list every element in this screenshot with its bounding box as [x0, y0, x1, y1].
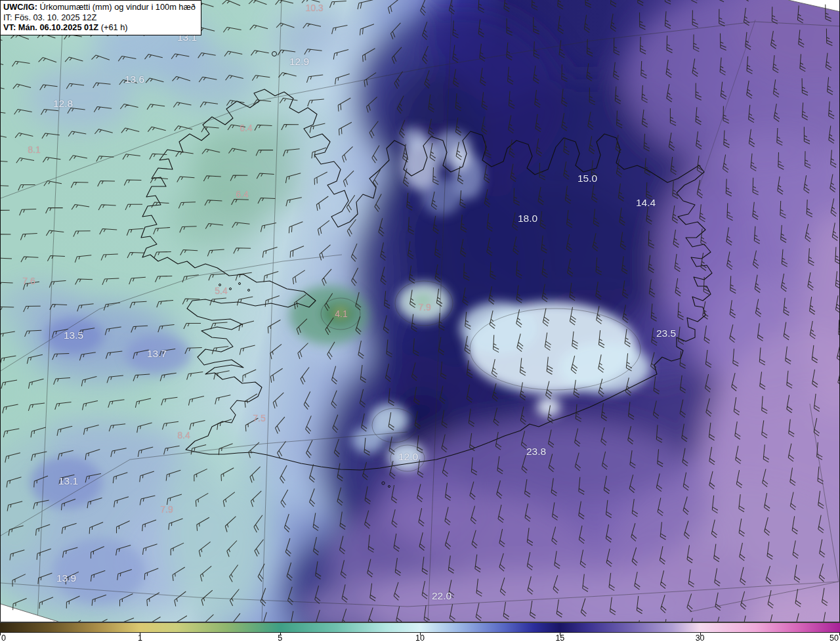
lead-time: (+61 h) [98, 22, 127, 32]
colorbar-tick-label: 1 [138, 633, 142, 642]
valid-time-line: VT: Mán. 06.10.2025 01Z (+61 h) [3, 22, 196, 33]
colorbar-legend: 01510153050 [0, 622, 840, 642]
map-title-box: UWC/IG: Úrkomumætti (mm) og vindur i 100… [1, 0, 201, 35]
colorbar-tick-label: 50 [830, 633, 839, 642]
forecast-map: 13.112.913.612.815.014.418.013.513.723.5… [0, 0, 840, 622]
wind-barbs-layer [1, 0, 840, 622]
colorbar-tick-label: 10 [415, 633, 425, 642]
colorbar-tick-label: 15 [555, 633, 564, 642]
colorbar-tick-label: 30 [696, 633, 705, 642]
product-title-line: UWC/IG: Úrkomumætti (mm) og vindur i 100… [3, 2, 196, 12]
wind-barbs [1, 0, 840, 622]
product-code: UWC/IG: [3, 2, 37, 12]
colorbar-tick-label: 5 [278, 633, 282, 642]
colorbar-ticks: 01510153050 [0, 633, 840, 642]
weather-forecast-screen: 13.112.913.612.815.014.418.013.513.723.5… [0, 0, 840, 642]
product-parameter: Úrkomumætti (mm) og vindur i 100m hæð [37, 2, 196, 12]
colorbar-tick-label: 0 [1, 633, 6, 642]
init-time-line: IT: Fös. 03. 10. 2025 12Z [3, 12, 196, 23]
colorbar-gradient [0, 623, 840, 633]
colorbar-tick-mark [0, 633, 1, 635]
valid-time: VT: Mán. 06.10.2025 01Z [3, 22, 98, 32]
